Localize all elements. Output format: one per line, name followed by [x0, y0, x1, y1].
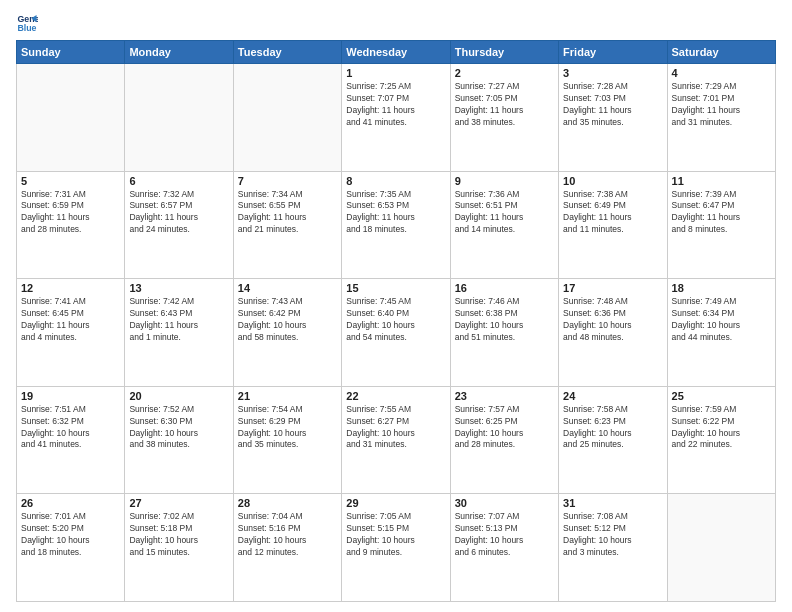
calendar-cell: 5Sunrise: 7:31 AM Sunset: 6:59 PM Daylig… — [17, 171, 125, 279]
calendar-cell: 16Sunrise: 7:46 AM Sunset: 6:38 PM Dayli… — [450, 279, 558, 387]
day-info: Sunrise: 7:07 AM Sunset: 5:13 PM Dayligh… — [455, 511, 554, 559]
calendar-cell: 21Sunrise: 7:54 AM Sunset: 6:29 PM Dayli… — [233, 386, 341, 494]
day-number: 21 — [238, 390, 337, 402]
calendar-cell: 1Sunrise: 7:25 AM Sunset: 7:07 PM Daylig… — [342, 64, 450, 172]
day-number: 6 — [129, 175, 228, 187]
week-row-3: 12Sunrise: 7:41 AM Sunset: 6:45 PM Dayli… — [17, 279, 776, 387]
calendar-cell — [667, 494, 775, 602]
calendar-cell: 27Sunrise: 7:02 AM Sunset: 5:18 PM Dayli… — [125, 494, 233, 602]
calendar-cell: 6Sunrise: 7:32 AM Sunset: 6:57 PM Daylig… — [125, 171, 233, 279]
calendar-cell: 4Sunrise: 7:29 AM Sunset: 7:01 PM Daylig… — [667, 64, 775, 172]
day-number: 16 — [455, 282, 554, 294]
day-number: 13 — [129, 282, 228, 294]
logo: General Blue — [16, 12, 42, 34]
day-number: 23 — [455, 390, 554, 402]
day-info: Sunrise: 7:38 AM Sunset: 6:49 PM Dayligh… — [563, 189, 662, 237]
day-number: 12 — [21, 282, 120, 294]
day-info: Sunrise: 7:58 AM Sunset: 6:23 PM Dayligh… — [563, 404, 662, 452]
day-number: 19 — [21, 390, 120, 402]
day-number: 17 — [563, 282, 662, 294]
day-number: 29 — [346, 497, 445, 509]
day-number: 18 — [672, 282, 771, 294]
weekday-header-friday: Friday — [559, 41, 667, 64]
calendar-cell: 22Sunrise: 7:55 AM Sunset: 6:27 PM Dayli… — [342, 386, 450, 494]
day-number: 25 — [672, 390, 771, 402]
day-number: 1 — [346, 67, 445, 79]
day-number: 31 — [563, 497, 662, 509]
day-info: Sunrise: 7:43 AM Sunset: 6:42 PM Dayligh… — [238, 296, 337, 344]
calendar-cell: 10Sunrise: 7:38 AM Sunset: 6:49 PM Dayli… — [559, 171, 667, 279]
day-info: Sunrise: 7:54 AM Sunset: 6:29 PM Dayligh… — [238, 404, 337, 452]
weekday-header-wednesday: Wednesday — [342, 41, 450, 64]
calendar-cell: 14Sunrise: 7:43 AM Sunset: 6:42 PM Dayli… — [233, 279, 341, 387]
day-info: Sunrise: 7:57 AM Sunset: 6:25 PM Dayligh… — [455, 404, 554, 452]
day-info: Sunrise: 7:59 AM Sunset: 6:22 PM Dayligh… — [672, 404, 771, 452]
day-info: Sunrise: 7:01 AM Sunset: 5:20 PM Dayligh… — [21, 511, 120, 559]
weekday-header-thursday: Thursday — [450, 41, 558, 64]
day-number: 9 — [455, 175, 554, 187]
day-info: Sunrise: 7:42 AM Sunset: 6:43 PM Dayligh… — [129, 296, 228, 344]
day-number: 11 — [672, 175, 771, 187]
day-number: 28 — [238, 497, 337, 509]
header: General Blue — [16, 12, 776, 34]
day-number: 2 — [455, 67, 554, 79]
day-number: 10 — [563, 175, 662, 187]
calendar-cell: 17Sunrise: 7:48 AM Sunset: 6:36 PM Dayli… — [559, 279, 667, 387]
day-number: 3 — [563, 67, 662, 79]
day-info: Sunrise: 7:25 AM Sunset: 7:07 PM Dayligh… — [346, 81, 445, 129]
calendar-cell: 3Sunrise: 7:28 AM Sunset: 7:03 PM Daylig… — [559, 64, 667, 172]
weekday-header-sunday: Sunday — [17, 41, 125, 64]
day-number: 30 — [455, 497, 554, 509]
day-info: Sunrise: 7:04 AM Sunset: 5:16 PM Dayligh… — [238, 511, 337, 559]
day-info: Sunrise: 7:55 AM Sunset: 6:27 PM Dayligh… — [346, 404, 445, 452]
day-info: Sunrise: 7:02 AM Sunset: 5:18 PM Dayligh… — [129, 511, 228, 559]
day-number: 24 — [563, 390, 662, 402]
day-info: Sunrise: 7:05 AM Sunset: 5:15 PM Dayligh… — [346, 511, 445, 559]
week-row-2: 5Sunrise: 7:31 AM Sunset: 6:59 PM Daylig… — [17, 171, 776, 279]
day-number: 22 — [346, 390, 445, 402]
day-info: Sunrise: 7:41 AM Sunset: 6:45 PM Dayligh… — [21, 296, 120, 344]
day-info: Sunrise: 7:52 AM Sunset: 6:30 PM Dayligh… — [129, 404, 228, 452]
day-info: Sunrise: 7:51 AM Sunset: 6:32 PM Dayligh… — [21, 404, 120, 452]
day-number: 20 — [129, 390, 228, 402]
day-info: Sunrise: 7:39 AM Sunset: 6:47 PM Dayligh… — [672, 189, 771, 237]
calendar-cell: 28Sunrise: 7:04 AM Sunset: 5:16 PM Dayli… — [233, 494, 341, 602]
calendar-cell: 23Sunrise: 7:57 AM Sunset: 6:25 PM Dayli… — [450, 386, 558, 494]
weekday-header-tuesday: Tuesday — [233, 41, 341, 64]
calendar-cell: 15Sunrise: 7:45 AM Sunset: 6:40 PM Dayli… — [342, 279, 450, 387]
day-number: 5 — [21, 175, 120, 187]
calendar-cell — [17, 64, 125, 172]
day-info: Sunrise: 7:31 AM Sunset: 6:59 PM Dayligh… — [21, 189, 120, 237]
calendar-cell: 31Sunrise: 7:08 AM Sunset: 5:12 PM Dayli… — [559, 494, 667, 602]
svg-text:Blue: Blue — [17, 23, 36, 33]
day-info: Sunrise: 7:34 AM Sunset: 6:55 PM Dayligh… — [238, 189, 337, 237]
calendar-cell: 7Sunrise: 7:34 AM Sunset: 6:55 PM Daylig… — [233, 171, 341, 279]
weekday-header-monday: Monday — [125, 41, 233, 64]
calendar-cell: 9Sunrise: 7:36 AM Sunset: 6:51 PM Daylig… — [450, 171, 558, 279]
day-info: Sunrise: 7:36 AM Sunset: 6:51 PM Dayligh… — [455, 189, 554, 237]
day-info: Sunrise: 7:48 AM Sunset: 6:36 PM Dayligh… — [563, 296, 662, 344]
calendar-header-row: SundayMondayTuesdayWednesdayThursdayFrid… — [17, 41, 776, 64]
day-info: Sunrise: 7:49 AM Sunset: 6:34 PM Dayligh… — [672, 296, 771, 344]
calendar-cell: 8Sunrise: 7:35 AM Sunset: 6:53 PM Daylig… — [342, 171, 450, 279]
week-row-5: 26Sunrise: 7:01 AM Sunset: 5:20 PM Dayli… — [17, 494, 776, 602]
page: General Blue SundayMondayTuesdayWednesda… — [0, 0, 792, 612]
calendar-table: SundayMondayTuesdayWednesdayThursdayFrid… — [16, 40, 776, 602]
calendar-cell: 12Sunrise: 7:41 AM Sunset: 6:45 PM Dayli… — [17, 279, 125, 387]
day-number: 26 — [21, 497, 120, 509]
logo-icon: General Blue — [16, 12, 38, 34]
calendar-cell: 2Sunrise: 7:27 AM Sunset: 7:05 PM Daylig… — [450, 64, 558, 172]
week-row-1: 1Sunrise: 7:25 AM Sunset: 7:07 PM Daylig… — [17, 64, 776, 172]
day-number: 8 — [346, 175, 445, 187]
day-info: Sunrise: 7:35 AM Sunset: 6:53 PM Dayligh… — [346, 189, 445, 237]
day-info: Sunrise: 7:46 AM Sunset: 6:38 PM Dayligh… — [455, 296, 554, 344]
day-info: Sunrise: 7:32 AM Sunset: 6:57 PM Dayligh… — [129, 189, 228, 237]
day-info: Sunrise: 7:45 AM Sunset: 6:40 PM Dayligh… — [346, 296, 445, 344]
calendar-cell: 30Sunrise: 7:07 AM Sunset: 5:13 PM Dayli… — [450, 494, 558, 602]
calendar-cell: 29Sunrise: 7:05 AM Sunset: 5:15 PM Dayli… — [342, 494, 450, 602]
day-info: Sunrise: 7:28 AM Sunset: 7:03 PM Dayligh… — [563, 81, 662, 129]
day-number: 4 — [672, 67, 771, 79]
calendar-cell: 25Sunrise: 7:59 AM Sunset: 6:22 PM Dayli… — [667, 386, 775, 494]
calendar-cell: 24Sunrise: 7:58 AM Sunset: 6:23 PM Dayli… — [559, 386, 667, 494]
calendar-cell: 20Sunrise: 7:52 AM Sunset: 6:30 PM Dayli… — [125, 386, 233, 494]
